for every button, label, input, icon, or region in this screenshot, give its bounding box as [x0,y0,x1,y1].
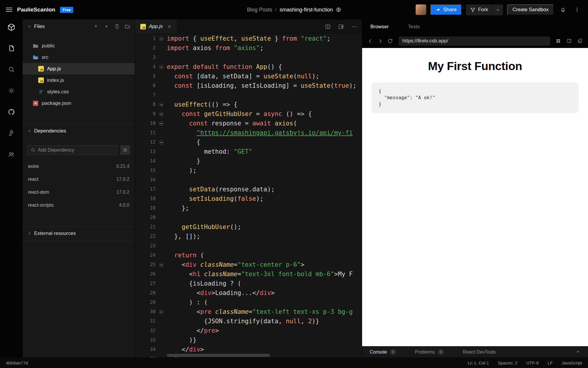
code-line-19[interactable]: 19 }; [135,203,362,213]
file-explorer-icon[interactable] [8,44,15,52]
fold-icon[interactable] [156,119,167,128]
code-line-16[interactable]: 16 [135,175,362,185]
code-line-8[interactable]: 8 useEffect(() => { [135,100,362,109]
upload-icon[interactable] [104,24,109,29]
code-line-27[interactable]: 27 {isLoading ? ( [135,279,362,288]
fold-icon[interactable] [156,260,167,269]
file-App.js[interactable]: App.js [23,63,135,74]
code-line-34[interactable]: 34 </div> [135,345,362,354]
kebab-menu-icon[interactable] [572,5,582,15]
dependency-react[interactable]: react17.0.2 [23,173,135,186]
code-line-4[interactable]: 4export default function App() { [135,62,362,72]
status-ln[interactable]: Ln 1, Col 1 [468,360,489,365]
file-index.js[interactable]: index.js [23,74,135,86]
split-editor-icon[interactable] [325,24,331,29]
split-preview-icon[interactable] [567,38,572,44]
devtools-tab-problems[interactable]: Problems0 [415,349,444,355]
fork-dropdown-button[interactable] [492,4,503,15]
code-editor[interactable]: 1import { useEffect, useState } from "re… [135,34,362,357]
fold-icon[interactable] [156,34,167,43]
code-line-7[interactable]: 7 [135,90,362,100]
code-line-25[interactable]: 25 <div className="text-center p-6"> [135,260,362,269]
code-line-11[interactable]: 11 "https://smashingapi.gatsbyjs.io/api/… [135,128,362,137]
more-options-icon[interactable] [352,24,357,29]
devtools-tab-react-devtools[interactable]: React DevTools [463,349,496,355]
status-spaces[interactable]: Spaces: 2 [498,360,517,365]
dependencies-section-header[interactable]: Dependencies [23,124,135,138]
code-line-18[interactable]: 18 setIsLoading(false); [135,194,362,203]
new-file-icon[interactable] [114,24,119,29]
chevron-down-icon[interactable] [27,24,31,29]
code-line-5[interactable]: 5 const [data, setData] = useState(null)… [135,72,362,81]
code-line-22[interactable]: 22 }, []); [135,232,362,241]
code-line-2[interactable]: 2import axios from "axios"; [135,43,362,53]
github-icon[interactable] [8,108,15,116]
code-line-24[interactable]: 24 return ( [135,251,362,260]
add-dependency-input[interactable] [38,147,114,153]
browser-tab-tests[interactable]: Tests [408,24,420,30]
username[interactable]: PaulieScanlon [17,6,55,13]
files-section-header[interactable]: Files [23,19,135,34]
live-collaboration-icon[interactable] [8,150,15,158]
avatar[interactable] [416,4,426,15]
devtools-tab-console[interactable]: Console0 [370,349,396,355]
dependency-axios[interactable]: axios0.21.4 [23,160,135,173]
code-line-23[interactable]: 23 [135,241,362,251]
chevron-up-icon[interactable] [575,349,580,354]
status-javascript[interactable]: JavaScript [562,360,582,365]
code-line-33[interactable]: 33 )} [135,335,362,345]
notifications-bell-icon[interactable] [558,5,568,15]
code-line-1[interactable]: 1import { useEffect, useState } from "re… [135,34,362,43]
download-icon[interactable] [93,24,99,29]
responsive-preview-icon[interactable] [556,38,561,44]
open-in-new-window-icon[interactable] [577,38,583,44]
fold-icon[interactable] [156,62,167,72]
deploy-rocket-icon[interactable] [8,129,15,137]
code-line-10[interactable]: 10 const response = await axios( [135,119,362,128]
refresh-icon[interactable] [387,38,393,44]
add-dependency-field[interactable] [27,145,118,155]
back-icon[interactable] [367,38,373,44]
chevron-down-icon[interactable] [27,129,31,133]
fold-icon[interactable] [156,307,167,316]
file-public[interactable]: public [23,40,135,52]
menu-icon[interactable] [6,8,12,12]
forward-icon[interactable] [377,38,383,44]
code-line-6[interactable]: 6 const [isLoading, setIsLoading] = useS… [135,81,362,90]
status-lf[interactable]: LF [547,360,553,365]
code-line-12[interactable]: 12 { [135,137,362,147]
status-utf-8[interactable]: UTF-8 [526,360,539,365]
file-package.json[interactable]: package.json [23,97,135,109]
codesandbox-logo-icon[interactable] [7,23,15,31]
dependency-react-scripts[interactable]: react-scripts4.0.0 [23,199,135,212]
tab-app-js[interactable]: App.js [135,19,177,34]
fold-icon[interactable] [156,100,167,109]
url-bar[interactable]: https://8relv.csb.app/ [399,37,550,46]
fork-button[interactable]: Fork [466,4,492,15]
fold-icon[interactable] [156,137,167,147]
new-folder-icon[interactable] [125,24,130,29]
settings-gear-icon[interactable] [8,87,15,95]
create-sandbox-button[interactable]: Create Sandbox [507,4,554,15]
code-line-3[interactable]: 3 [135,53,362,62]
fold-icon[interactable] [156,109,167,119]
file-styles.css[interactable]: styles.css [23,86,135,97]
breadcrumb-parent[interactable]: Blog Posts [247,7,272,13]
search-icon[interactable] [8,65,15,74]
file-src[interactable]: src [23,52,135,63]
code-line-14[interactable]: 14 } [135,156,362,166]
chevron-right-icon[interactable] [27,231,31,236]
code-line-26[interactable]: 26 <h1 className="text-3xl font-bold mb-… [135,269,362,279]
code-line-32[interactable]: 32 </pre> [135,326,362,335]
share-button[interactable]: Share [430,4,462,15]
sandbox-title[interactable]: smashing-first-function [279,7,333,13]
dependency-react-dom[interactable]: react-dom17.0.2 [23,186,135,199]
code-line-31[interactable]: 31 {JSON.stringify(data, null, 2)} [135,316,362,326]
horizontal-scrollbar[interactable] [167,354,270,357]
dependency-menu-button[interactable] [120,145,130,155]
external-resources-header[interactable]: External resources [23,226,135,241]
code-line-21[interactable]: 21 getGitHubUser(); [135,222,362,232]
code-line-29[interactable]: 29 ) : ( [135,298,362,307]
code-line-9[interactable]: 9 const getGitHubUser = async () => { [135,109,362,119]
preview-layout-icon[interactable] [338,24,344,29]
